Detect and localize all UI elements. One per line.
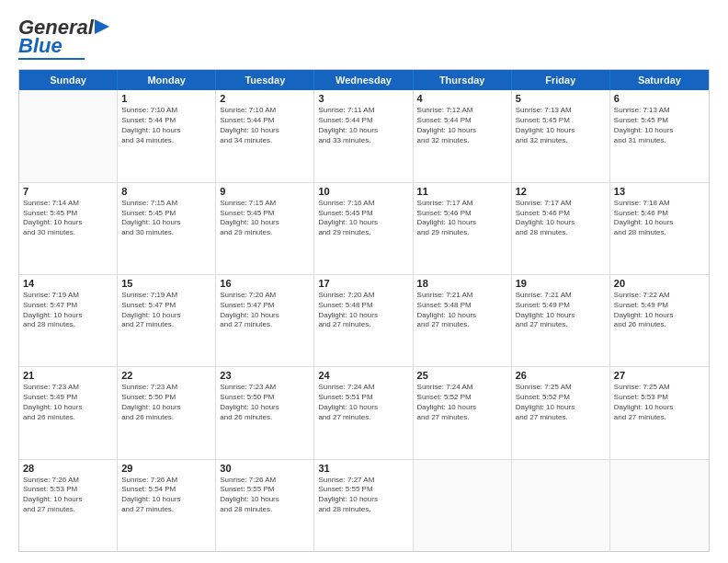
day-info: Sunrise: 7:11 AM Sunset: 5:44 PM Dayligh… [318,106,408,145]
header-day-friday: Friday [512,70,610,90]
day-number: 5 [516,93,606,104]
day-number: 10 [318,186,408,197]
calendar-row-1: 7Sunrise: 7:14 AM Sunset: 5:45 PM Daylig… [19,182,709,274]
calendar-cell: 22Sunrise: 7:23 AM Sunset: 5:50 PM Dayli… [118,367,216,458]
day-info: Sunrise: 7:12 AM Sunset: 5:44 PM Dayligh… [417,106,507,145]
calendar-cell: 19Sunrise: 7:21 AM Sunset: 5:49 PM Dayli… [512,275,610,366]
day-info: Sunrise: 7:10 AM Sunset: 5:44 PM Dayligh… [220,106,310,145]
calendar-cell: 11Sunrise: 7:17 AM Sunset: 5:46 PM Dayli… [414,183,512,274]
header-day-wednesday: Wednesday [314,70,413,90]
calendar-cell: 8Sunrise: 7:15 AM Sunset: 5:45 PM Daylig… [118,183,216,274]
calendar-cell: 24Sunrise: 7:24 AM Sunset: 5:51 PM Dayli… [314,367,413,458]
day-number: 13 [614,186,705,197]
day-number: 18 [417,278,507,289]
day-info: Sunrise: 7:16 AM Sunset: 5:45 PM Dayligh… [318,199,408,238]
day-number: 19 [516,278,606,289]
calendar-cell: 17Sunrise: 7:20 AM Sunset: 5:48 PM Dayli… [314,275,413,366]
calendar-cell: 30Sunrise: 7:26 AM Sunset: 5:55 PM Dayli… [216,460,314,551]
calendar-cell: 13Sunrise: 7:18 AM Sunset: 5:46 PM Dayli… [610,183,709,274]
day-number: 14 [23,278,113,289]
calendar-row-4: 28Sunrise: 7:26 AM Sunset: 5:53 PM Dayli… [19,459,709,551]
day-number: 1 [121,93,211,104]
calendar-cell [610,460,709,551]
day-info: Sunrise: 7:24 AM Sunset: 5:51 PM Dayligh… [318,383,408,422]
calendar-cell [414,460,512,551]
calendar-cell: 6Sunrise: 7:13 AM Sunset: 5:45 PM Daylig… [610,90,709,181]
calendar-row-0: 1Sunrise: 7:10 AM Sunset: 5:44 PM Daylig… [19,90,709,181]
header: General Blue [18,17,710,60]
day-info: Sunrise: 7:10 AM Sunset: 5:44 PM Dayligh… [121,106,211,145]
day-info: Sunrise: 7:23 AM Sunset: 5:49 PM Dayligh… [23,383,113,422]
day-info: Sunrise: 7:14 AM Sunset: 5:45 PM Dayligh… [23,199,113,238]
calendar-cell: 2Sunrise: 7:10 AM Sunset: 5:44 PM Daylig… [216,90,314,181]
calendar-row-2: 14Sunrise: 7:19 AM Sunset: 5:47 PM Dayli… [19,274,709,366]
day-info: Sunrise: 7:26 AM Sunset: 5:54 PM Dayligh… [121,476,211,515]
logo: General Blue [18,17,115,60]
header-day-thursday: Thursday [414,70,512,90]
calendar: SundayMondayTuesdayWednesdayThursdayFrid… [18,69,710,552]
calendar-cell: 5Sunrise: 7:13 AM Sunset: 5:45 PM Daylig… [512,90,610,181]
day-number: 16 [220,278,310,289]
calendar-cell: 20Sunrise: 7:22 AM Sunset: 5:49 PM Dayli… [610,275,709,366]
calendar-cell: 7Sunrise: 7:14 AM Sunset: 5:45 PM Daylig… [19,183,118,274]
calendar-row-3: 21Sunrise: 7:23 AM Sunset: 5:49 PM Dayli… [19,366,709,458]
day-info: Sunrise: 7:17 AM Sunset: 5:46 PM Dayligh… [516,199,606,238]
calendar-cell: 26Sunrise: 7:25 AM Sunset: 5:52 PM Dayli… [512,367,610,458]
day-number: 11 [417,186,507,197]
logo-underline [18,58,85,60]
day-number: 28 [23,463,113,474]
calendar-cell: 27Sunrise: 7:25 AM Sunset: 5:53 PM Dayli… [610,367,709,458]
day-info: Sunrise: 7:15 AM Sunset: 5:45 PM Dayligh… [220,199,310,238]
calendar-cell [512,460,610,551]
day-info: Sunrise: 7:25 AM Sunset: 5:52 PM Dayligh… [516,383,606,422]
day-info: Sunrise: 7:13 AM Sunset: 5:45 PM Dayligh… [516,106,606,145]
day-number: 17 [318,278,408,289]
calendar-cell: 29Sunrise: 7:26 AM Sunset: 5:54 PM Dayli… [118,460,216,551]
day-info: Sunrise: 7:21 AM Sunset: 5:48 PM Dayligh… [417,291,507,330]
calendar-cell: 25Sunrise: 7:24 AM Sunset: 5:52 PM Dayli… [414,367,512,458]
day-info: Sunrise: 7:15 AM Sunset: 5:45 PM Dayligh… [121,199,211,238]
day-number: 26 [516,370,606,381]
header-day-tuesday: Tuesday [216,70,314,90]
calendar-cell: 15Sunrise: 7:19 AM Sunset: 5:47 PM Dayli… [118,275,216,366]
header-day-saturday: Saturday [610,70,709,90]
day-number: 9 [220,186,310,197]
day-info: Sunrise: 7:19 AM Sunset: 5:47 PM Dayligh… [121,291,211,330]
day-number: 6 [614,93,705,104]
calendar-cell: 18Sunrise: 7:21 AM Sunset: 5:48 PM Dayli… [414,275,512,366]
day-info: Sunrise: 7:23 AM Sunset: 5:50 PM Dayligh… [121,383,211,422]
calendar-cell: 31Sunrise: 7:27 AM Sunset: 5:55 PM Dayli… [314,460,413,551]
day-number: 15 [121,278,211,289]
calendar-cell: 16Sunrise: 7:20 AM Sunset: 5:47 PM Dayli… [216,275,314,366]
calendar-cell: 21Sunrise: 7:23 AM Sunset: 5:49 PM Dayli… [19,367,118,458]
day-info: Sunrise: 7:13 AM Sunset: 5:45 PM Dayligh… [614,106,705,145]
day-info: Sunrise: 7:26 AM Sunset: 5:53 PM Dayligh… [23,476,113,515]
day-number: 20 [614,278,705,289]
calendar-cell: 4Sunrise: 7:12 AM Sunset: 5:44 PM Daylig… [414,90,512,181]
day-info: Sunrise: 7:17 AM Sunset: 5:46 PM Dayligh… [417,199,507,238]
calendar-header: SundayMondayTuesdayWednesdayThursdayFrid… [19,70,709,90]
day-info: Sunrise: 7:20 AM Sunset: 5:48 PM Dayligh… [318,291,408,330]
calendar-cell: 14Sunrise: 7:19 AM Sunset: 5:47 PM Dayli… [19,275,118,366]
calendar-cell: 9Sunrise: 7:15 AM Sunset: 5:45 PM Daylig… [216,183,314,274]
day-info: Sunrise: 7:20 AM Sunset: 5:47 PM Dayligh… [220,291,310,330]
header-day-sunday: Sunday [19,70,118,90]
day-number: 27 [614,370,705,381]
header-day-monday: Monday [118,70,216,90]
logo-arrow-icon [95,17,115,36]
day-number: 2 [220,93,310,104]
day-info: Sunrise: 7:27 AM Sunset: 5:55 PM Dayligh… [318,476,408,515]
calendar-cell: 10Sunrise: 7:16 AM Sunset: 5:45 PM Dayli… [314,183,413,274]
page: General Blue SundayMondayTuesdayWednesda… [0,0,728,563]
day-info: Sunrise: 7:21 AM Sunset: 5:49 PM Dayligh… [516,291,606,330]
day-info: Sunrise: 7:22 AM Sunset: 5:49 PM Dayligh… [614,291,705,330]
day-info: Sunrise: 7:18 AM Sunset: 5:46 PM Dayligh… [614,199,705,238]
day-number: 4 [417,93,507,104]
calendar-cell: 23Sunrise: 7:23 AM Sunset: 5:50 PM Dayli… [216,367,314,458]
day-info: Sunrise: 7:23 AM Sunset: 5:50 PM Dayligh… [220,383,310,422]
calendar-cell: 28Sunrise: 7:26 AM Sunset: 5:53 PM Dayli… [19,460,118,551]
calendar-cell [19,90,118,181]
logo-blue: Blue [18,35,63,57]
day-number: 30 [220,463,310,474]
day-number: 3 [318,93,408,104]
